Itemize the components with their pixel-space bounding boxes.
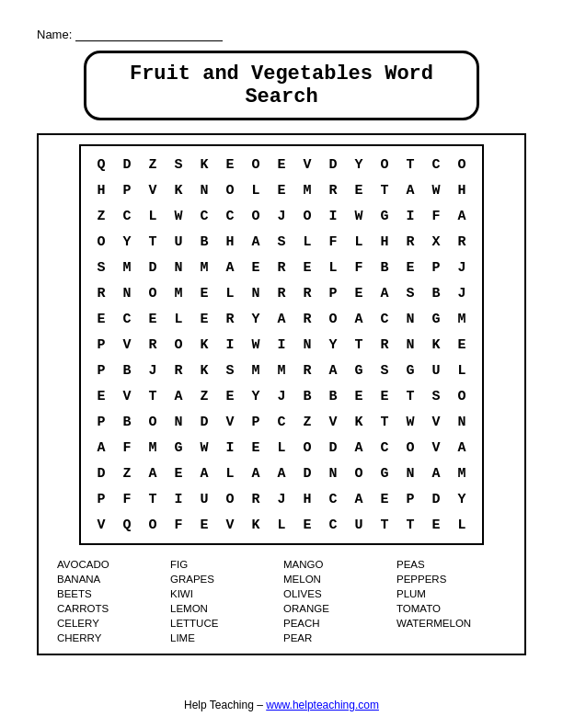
grid-cell: Q — [114, 512, 140, 538]
grid-cell: L — [449, 358, 475, 383]
grid-cell: T — [140, 486, 166, 512]
grid-cell: W — [346, 203, 372, 229]
grid-cell: B — [423, 280, 449, 306]
grid-cell: D — [423, 486, 449, 512]
word-item: PEPPERS — [396, 573, 506, 586]
grid-cell: O — [294, 435, 320, 461]
page-title: Fruit and Vegetables Word Search — [130, 63, 433, 108]
grid-cell: M — [114, 255, 140, 280]
grid-cell: D — [140, 255, 166, 280]
name-label: Name: — [37, 28, 72, 41]
grid-cell: E — [397, 255, 423, 280]
grid-cell: F — [346, 255, 372, 280]
word-item: CELERY — [57, 617, 167, 630]
grid-cell: V — [140, 177, 166, 203]
grid-cell: H — [449, 177, 475, 203]
grid-cell: B — [191, 229, 217, 255]
word-item: MELON — [283, 573, 393, 586]
grid-cell: H — [294, 486, 320, 512]
grid-row: DZAEALAADNOGNAM — [88, 461, 475, 486]
grid-cell: S — [217, 358, 243, 383]
grid-cell: B — [114, 358, 140, 383]
footer-link[interactable]: www.helpteaching.com — [266, 699, 379, 711]
grid-cell: E — [372, 383, 397, 409]
word-item: LEMON — [170, 602, 280, 615]
grid-cell: Z — [140, 152, 166, 177]
grid-cell: B — [320, 383, 346, 409]
grid-cell: Y — [243, 306, 269, 332]
grid-cell: O — [449, 383, 475, 409]
grid-cell: A — [191, 461, 217, 486]
grid-row: QDZSKEOEVDYOTCO — [88, 152, 475, 177]
grid-cell: N — [320, 461, 346, 486]
grid-row: ECELERYAROACNGM — [88, 306, 475, 332]
grid-cell: L — [269, 512, 294, 538]
grid-cell: E — [346, 383, 372, 409]
grid-cell: H — [217, 229, 243, 255]
grid-cell: W — [166, 203, 191, 229]
grid-cell: L — [243, 177, 269, 203]
word-item: GRAPES — [170, 573, 280, 586]
grid-cell: G — [346, 358, 372, 383]
grid-cell: V — [423, 435, 449, 461]
grid-cell: O — [320, 306, 346, 332]
grid-cell: W — [397, 409, 423, 435]
grid-cell: M — [140, 435, 166, 461]
grid-cell: L — [166, 306, 191, 332]
grid-cell: N — [397, 306, 423, 332]
grid-cell: O — [243, 203, 269, 229]
grid-cell: R — [449, 229, 475, 255]
grid-cell: T — [372, 512, 397, 538]
grid-cell: A — [320, 358, 346, 383]
grid-cell: U — [346, 512, 372, 538]
grid-cell: B — [294, 383, 320, 409]
grid-row: PFTIUORJHCAEPDY — [88, 486, 475, 512]
grid-cell: V — [114, 332, 140, 358]
grid-cell: S — [269, 229, 294, 255]
grid-row: HPVKNOLEMRETAWH — [88, 177, 475, 203]
grid-cell: N — [397, 332, 423, 358]
grid-cell: C — [320, 512, 346, 538]
grid-cell: I — [320, 203, 346, 229]
grid-cell: U — [423, 358, 449, 383]
word-item: BANANA — [57, 573, 167, 586]
grid-cell: A — [449, 435, 475, 461]
grid-cell: C — [191, 203, 217, 229]
grid-cell: Y — [449, 486, 475, 512]
grid-cell: S — [88, 255, 114, 280]
grid-cell: W — [191, 435, 217, 461]
grid-row: ZCLWCCOJOIWGIFA — [88, 203, 475, 229]
grid-cell: J — [269, 203, 294, 229]
grid-cell: K — [243, 512, 269, 538]
grid-cell: V — [114, 383, 140, 409]
name-line: Name: — [37, 28, 526, 41]
grid-cell: X — [423, 229, 449, 255]
grid-cell: E — [346, 280, 372, 306]
grid-cell: G — [372, 203, 397, 229]
footer-text: Help Teaching – — [184, 699, 266, 711]
grid-cell: R — [269, 280, 294, 306]
grid-cell: I — [269, 332, 294, 358]
grid-cell: Z — [88, 203, 114, 229]
grid-cell: P — [243, 409, 269, 435]
grid-cell: O — [140, 280, 166, 306]
grid-cell: E — [269, 152, 294, 177]
grid-cell: Y — [346, 152, 372, 177]
grid-cell: C — [114, 203, 140, 229]
grid-cell: E — [269, 177, 294, 203]
grid-cell: I — [166, 486, 191, 512]
grid-cell: E — [423, 512, 449, 538]
grid-cell: L — [320, 255, 346, 280]
grid-cell: R — [294, 306, 320, 332]
word-item: LIME — [170, 631, 280, 644]
word-item — [396, 631, 506, 644]
grid-cell: D — [114, 152, 140, 177]
grid-cell: A — [423, 461, 449, 486]
grid-cell: A — [217, 255, 243, 280]
grid-cell: P — [320, 280, 346, 306]
grid-cell: P — [88, 332, 114, 358]
grid-cell: P — [88, 409, 114, 435]
grid-cell: F — [166, 512, 191, 538]
grid-cell: R — [269, 255, 294, 280]
grid-cell: C — [372, 306, 397, 332]
